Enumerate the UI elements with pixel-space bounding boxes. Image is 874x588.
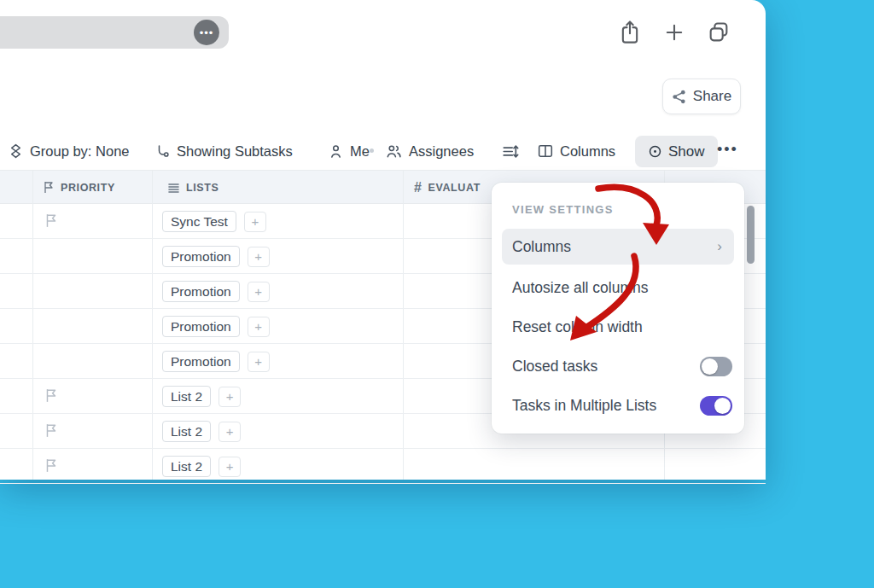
toolbar-separator-dot xyxy=(370,148,374,153)
priority-flag-icon[interactable] xyxy=(44,423,58,441)
evaluation-header-label: EVALUAT xyxy=(428,182,481,194)
share-button-label: Share xyxy=(693,88,731,105)
add-list-button[interactable]: + xyxy=(218,422,241,442)
column-header-priority[interactable]: PRIORITY xyxy=(43,171,115,204)
list-tag[interactable]: List 2 xyxy=(162,386,211,407)
me-label: Me xyxy=(350,143,370,160)
subtask-icon xyxy=(156,144,170,159)
priority-flag-icon[interactable] xyxy=(44,213,58,231)
priority-header-label: PRIORITY xyxy=(61,182,115,194)
menu-item-label: Reset column width xyxy=(512,318,643,336)
column-header-evaluation[interactable]: # EVALUAT xyxy=(414,171,481,204)
list-tag[interactable]: Promotion xyxy=(162,351,240,372)
assignees-label: Assignees xyxy=(409,143,474,160)
list-tag[interactable]: Promotion xyxy=(162,316,240,337)
menu-item-columns[interactable]: Columns › xyxy=(502,229,734,265)
group-by-label: Group by: None xyxy=(30,143,129,160)
menu-item-label: Closed tasks xyxy=(512,358,597,376)
add-list-button[interactable]: + xyxy=(248,352,270,372)
group-by-icon xyxy=(9,143,23,159)
menu-item-autosize[interactable]: Autosize all columns xyxy=(492,275,744,300)
menu-item-label: Autosize all columns xyxy=(512,279,649,297)
toolbar-more-button[interactable]: ••• xyxy=(717,141,738,159)
assignees-button[interactable]: Assignees xyxy=(386,135,474,167)
person-icon xyxy=(329,143,343,159)
share-export-icon[interactable] xyxy=(618,19,642,46)
menu-item-label: Tasks in Multiple Lists xyxy=(512,397,656,415)
column-header-lists[interactable]: LISTS xyxy=(167,171,218,204)
share-button[interactable]: Share xyxy=(662,79,741,114)
me-filter-button[interactable]: Me xyxy=(329,135,370,167)
add-list-button[interactable]: + xyxy=(248,247,270,267)
people-icon xyxy=(386,143,402,159)
sort-icon xyxy=(502,143,519,160)
add-list-button[interactable]: + xyxy=(244,212,266,232)
menu-item-closed-tasks[interactable]: Closed tasks xyxy=(492,353,744,379)
menu-item-tasks-multiple-lists[interactable]: Tasks in Multiple Lists xyxy=(492,393,744,418)
list-tag[interactable]: Promotion xyxy=(162,281,240,302)
columns-toolbar-button[interactable]: Columns xyxy=(538,135,615,167)
url-bar-more-icon[interactable]: ••• xyxy=(194,20,219,45)
closed-tasks-toggle[interactable] xyxy=(700,357,732,376)
view-settings-menu: VIEW SETTINGS Columns › Autosize all col… xyxy=(492,183,744,434)
priority-flag-icon[interactable] xyxy=(44,388,58,406)
add-list-button[interactable]: + xyxy=(248,282,270,302)
list-tag[interactable]: Sync Test xyxy=(162,211,236,232)
add-list-button[interactable]: + xyxy=(248,317,270,337)
tasks-multiple-lists-toggle[interactable] xyxy=(700,396,732,416)
menu-title: VIEW SETTINGS xyxy=(512,203,614,216)
menu-item-reset-width[interactable]: Reset column width xyxy=(492,314,744,340)
subtasks-label: Showing Subtasks xyxy=(177,143,293,160)
new-tab-plus-icon[interactable] xyxy=(662,19,686,46)
vertical-scrollbar[interactable] xyxy=(747,206,755,264)
list-tag[interactable]: Promotion xyxy=(162,246,240,267)
sort-button[interactable] xyxy=(502,135,519,167)
view-toolbar: Group by: None Showing Subtasks Me Assig… xyxy=(0,135,766,170)
app-window: ••• Share xyxy=(0,0,766,480)
chevron-right-icon: › xyxy=(717,238,722,255)
hash-icon: # xyxy=(414,180,422,195)
add-list-button[interactable]: + xyxy=(218,387,241,407)
browser-url-bar[interactable]: ••• xyxy=(0,16,229,49)
show-button-label: Show xyxy=(668,143,705,160)
menu-item-label: Columns xyxy=(512,238,571,256)
columns-icon xyxy=(538,143,553,159)
flag-icon xyxy=(43,181,55,194)
priority-flag-icon[interactable] xyxy=(44,458,58,476)
table-row[interactable]: List 2+ xyxy=(0,449,766,484)
show-button[interactable]: Show xyxy=(635,136,718,167)
list-lines-icon xyxy=(167,182,180,194)
columns-toolbar-label: Columns xyxy=(560,143,615,160)
subtasks-button[interactable]: Showing Subtasks xyxy=(156,135,293,167)
lists-header-label: LISTS xyxy=(186,182,218,194)
list-tag[interactable]: List 2 xyxy=(162,456,211,477)
group-by-button[interactable]: Group by: None xyxy=(9,135,129,167)
eye-icon xyxy=(648,144,662,159)
tab-overview-icon[interactable] xyxy=(707,19,731,46)
share-nodes-icon xyxy=(672,90,686,104)
add-list-button[interactable]: + xyxy=(218,457,241,477)
list-tag[interactable]: List 2 xyxy=(162,421,211,442)
